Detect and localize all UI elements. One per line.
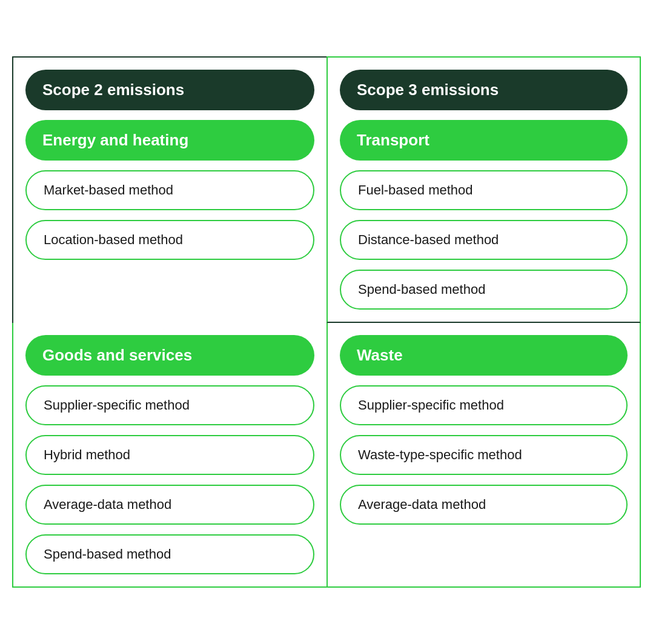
fuel-based-method[interactable]: Fuel-based method [340,170,628,210]
hybrid-method[interactable]: Hybrid method [25,435,314,475]
goods-services-quadrant: Goods and services Supplier-specific met… [12,323,326,588]
energy-heating-category[interactable]: Energy and heating [25,120,314,161]
waste-category[interactable]: Waste [340,335,628,376]
distance-based-method[interactable]: Distance-based method [340,220,628,260]
goods-services-category[interactable]: Goods and services [25,335,314,376]
average-data-method-waste[interactable]: Average-data method [340,485,628,525]
waste-quadrant: Waste Supplier-specific method Waste-typ… [326,323,641,588]
scope2-header: Scope 2 emissions [25,70,314,110]
main-grid: Scope 2 emissions Energy and heating Mar… [12,56,641,588]
scope3-header: Scope 3 emissions [340,70,628,110]
scope3-quadrant: Scope 3 emissions Transport Fuel-based m… [326,56,641,323]
location-based-method[interactable]: Location-based method [25,220,314,260]
market-based-method[interactable]: Market-based method [25,170,314,210]
supplier-specific-method-waste[interactable]: Supplier-specific method [340,385,628,425]
waste-type-specific-method[interactable]: Waste-type-specific method [340,435,628,475]
spend-based-method-transport[interactable]: Spend-based method [340,270,628,310]
transport-category[interactable]: Transport [340,120,628,161]
average-data-method-goods[interactable]: Average-data method [25,485,314,525]
scope2-quadrant: Scope 2 emissions Energy and heating Mar… [12,56,326,323]
spend-based-method-goods[interactable]: Spend-based method [25,534,314,574]
supplier-specific-method-goods[interactable]: Supplier-specific method [25,385,314,425]
